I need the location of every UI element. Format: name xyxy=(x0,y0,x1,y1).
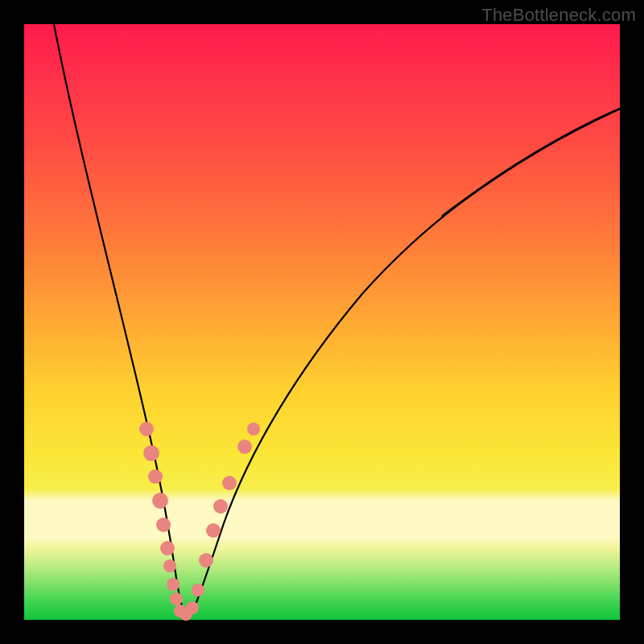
right-dot-6 xyxy=(237,440,252,454)
right-dot-4 xyxy=(213,499,228,514)
right-dot-7 xyxy=(247,423,260,436)
right-dot-2 xyxy=(199,553,213,568)
outer-frame: TheBottleneck.com xyxy=(0,0,644,644)
left-dot-5 xyxy=(156,518,171,532)
right-dot-1 xyxy=(192,584,204,597)
left-dot-6 xyxy=(160,541,175,555)
left-dot-7 xyxy=(163,559,176,572)
curve-svg xyxy=(24,24,620,620)
bottleneck-curve-right-thick xyxy=(443,109,620,216)
left-dot-4 xyxy=(152,493,168,509)
data-dots xyxy=(139,422,260,621)
left-dot-9 xyxy=(170,592,183,605)
right-dot-5 xyxy=(222,476,237,490)
left-dot-2 xyxy=(143,445,159,461)
left-dot-3 xyxy=(148,469,163,484)
bottleneck-curve-path xyxy=(54,24,620,615)
plot-area xyxy=(24,24,620,620)
left-dot-1 xyxy=(139,422,154,436)
left-dot-8 xyxy=(167,578,180,591)
watermark-text: TheBottleneck.com xyxy=(481,5,636,26)
vertex-dot-3 xyxy=(186,601,199,614)
right-dot-3 xyxy=(206,523,221,538)
